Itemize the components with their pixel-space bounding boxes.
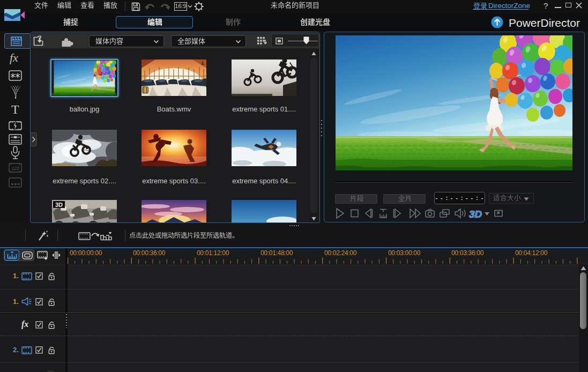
svg-text:123: 123 <box>11 166 19 171</box>
svg-text:3D: 3D <box>469 209 482 220</box>
